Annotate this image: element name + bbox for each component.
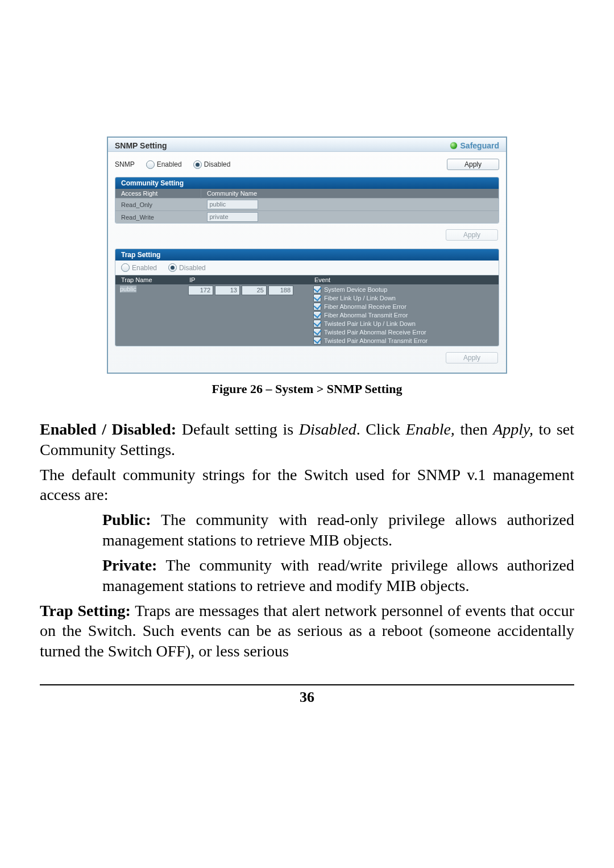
radio-icon [121,263,130,272]
safeguard-indicator: Safeguard [450,141,499,150]
safeguard-dot-icon [450,142,457,149]
community-name-input[interactable]: private [207,212,258,222]
community-setting-section: Community Setting Access Right Community… [115,177,499,224]
apply-button-community[interactable]: Apply [446,229,498,241]
col-access-right: Access Right [115,189,201,199]
event-label: System Device Bootup [324,286,387,293]
trap-disabled-radio[interactable]: Disabled [168,263,206,272]
trap-setting-header: Trap Setting [115,249,499,261]
trap-name-cell: public [115,284,184,346]
figure-caption: Figure 26 – System > SNMP Setting [40,382,574,396]
footer-rule [40,684,574,685]
ip-octet-input[interactable]: 172 [188,286,213,295]
event-label: Twisted Pair Abnormal Transmit Error [324,337,428,344]
trap-name-input[interactable]: public [120,286,136,292]
checkbox-icon [313,337,321,345]
community-table: Access Right Community Name Read_Only pu… [115,189,499,223]
radio-icon [168,263,177,272]
apply-button-top[interactable]: Apply [447,159,499,170]
radio-enabled-label: Enabled [157,160,182,168]
event-item[interactable]: Twisted Pair Abnormal Receive Error [313,328,494,336]
event-item[interactable]: Fiber Abnormal Receive Error [313,303,494,311]
page-number: 36 [40,689,574,706]
table-row: public 172 13 25 188 [115,284,499,346]
trap-setting-heading: Trap Setting: [40,602,131,619]
table-row: Read_Only public [115,199,499,211]
trap-enabled-radio[interactable]: Enabled [121,263,157,272]
col-ip: IP [184,275,309,284]
checkbox-icon [313,320,321,328]
default-strings-paragraph: The default community strings for the Sw… [40,465,574,506]
community-setting-header: Community Setting [115,177,499,189]
public-heading: Public: [102,511,151,528]
ip-octet-input[interactable]: 25 [242,286,267,295]
title-bar: SNMP Setting Safeguard [108,138,506,152]
event-item[interactable]: System Device Bootup [313,286,494,294]
snmp-setting-screenshot: SNMP Setting Safeguard SNMP Enabled Disa… [107,137,507,374]
panel-title: SNMP Setting [115,141,167,150]
snmp-enabled-radio[interactable]: Enabled [146,160,182,169]
event-label: Fiber Abnormal Receive Error [324,303,406,310]
event-label: Twisted Pair Abnormal Receive Error [324,329,426,336]
cell-community-name: private [201,211,499,224]
event-item[interactable]: Fiber Link Up / Link Down [313,294,494,302]
event-item[interactable]: Fiber Abnormal Transmit Error [313,311,494,319]
col-trap-name: Trap Name [115,275,184,284]
snmp-disabled-radio[interactable]: Disabled [193,160,231,169]
trap-events-cell: System Device Bootup Fiber Link Up / Lin… [309,284,499,346]
col-community-name: Community Name [201,189,499,199]
table-header-row: Trap Name IP Event [115,275,499,284]
table-row: Read_Write private [115,211,499,224]
radio-disabled-label: Disabled [204,160,231,168]
checkbox-icon [313,303,321,311]
private-heading: Private: [102,556,157,574]
checkbox-icon [313,286,321,294]
checkbox-icon [313,294,321,302]
trap-disabled-label: Disabled [179,264,206,272]
snmp-label: SNMP [115,160,135,168]
event-label: Fiber Link Up / Link Down [324,295,396,301]
event-item[interactable]: Twisted Pair Link Up / Link Down [313,320,494,328]
trap-enabled-label: Enabled [132,264,157,272]
event-label: Fiber Abnormal Transmit Error [324,312,408,319]
cell-access-right: Read_Only [115,199,201,211]
apply-button-trap[interactable]: Apply [446,352,498,363]
radio-icon [193,160,202,169]
ip-octet-input[interactable]: 13 [215,286,240,295]
document-body: Enabled / Disabled: Default setting is D… [40,419,574,662]
ip-octet-input[interactable]: 188 [268,286,293,295]
community-name-input[interactable]: public [207,200,258,209]
event-label: Twisted Pair Link Up / Link Down [324,320,416,327]
checkbox-icon [313,311,321,319]
col-event: Event [309,275,499,284]
enabled-disabled-heading: Enabled / Disabled: [40,420,176,438]
checkbox-icon [313,328,321,336]
trap-ip-cell: 172 13 25 188 [184,284,309,346]
cell-community-name: public [201,199,499,211]
table-header-row: Access Right Community Name [115,189,499,199]
radio-icon [146,160,155,169]
safeguard-label: Safeguard [460,141,499,150]
trap-setting-section: Trap Setting Enabled Disabled [115,249,499,346]
trap-table: Trap Name IP Event public 172 13 25 [115,275,499,346]
cell-access-right: Read_Write [115,211,201,224]
event-item[interactable]: Twisted Pair Abnormal Transmit Error [313,337,494,345]
